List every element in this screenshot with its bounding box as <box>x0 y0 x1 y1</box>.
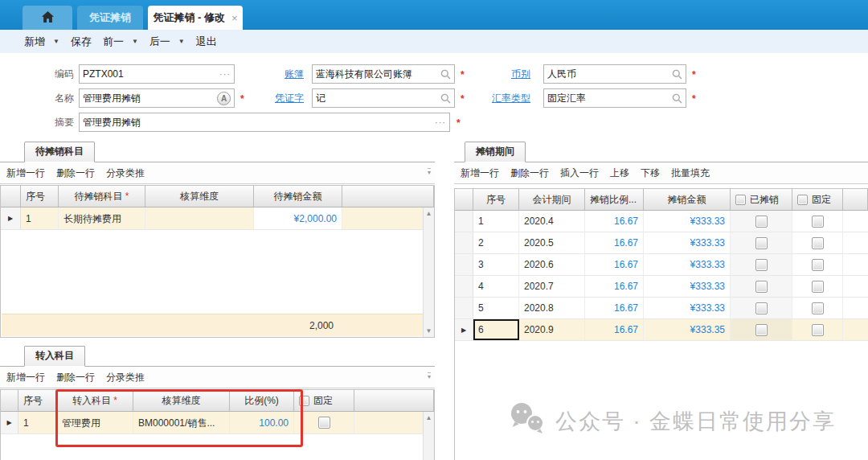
search-icon[interactable] <box>440 93 451 104</box>
cell-seq[interactable]: 3 <box>473 254 519 275</box>
next-dropdown-icon[interactable]: ▼ <box>178 38 185 45</box>
tab-transfer-accounts[interactable]: 转入科目 <box>24 346 85 367</box>
rate-type-input[interactable] <box>547 92 669 104</box>
lookup-ellipsis-icon[interactable]: ··· <box>219 70 231 78</box>
lookup-ellipsis-icon[interactable]: ··· <box>435 118 446 126</box>
cell-seq[interactable]: 5 <box>473 298 519 318</box>
next-button[interactable]: 后一 <box>149 35 170 49</box>
fixed-checkbox[interactable] <box>812 237 824 249</box>
voucher-word-label-link[interactable]: 凭证字 <box>257 88 304 108</box>
fixed-checkbox[interactable] <box>812 259 824 271</box>
batch-fill-button[interactable]: 批量填充 <box>671 166 710 180</box>
cell-transfer-account[interactable]: 管理费用 <box>57 412 133 433</box>
cell-ratio[interactable]: 16.67 <box>585 211 644 232</box>
collapse-handle-icon[interactable]: ▾ <box>428 168 431 176</box>
cell-ratio[interactable]: 16.67 <box>585 298 644 318</box>
amortized-checkbox[interactable] <box>755 216 768 228</box>
delete-row-button[interactable]: 删除一行 <box>56 166 95 180</box>
voucher-word-input[interactable] <box>316 92 438 104</box>
cell-pending-amount[interactable]: ¥2,000.00 <box>254 207 342 229</box>
table-row[interactable]: ▶ 1 管理费用 BM000001/销售... 100.00 <box>1 412 434 434</box>
vertical-scrollbar[interactable]: ▲ <box>423 412 434 460</box>
fixed-checkbox[interactable] <box>318 417 330 429</box>
delete-row-button[interactable]: 删除一行 <box>56 371 95 384</box>
book-input[interactable] <box>316 68 438 80</box>
cell-ratio[interactable]: 16.67 <box>585 232 644 253</box>
cell-amount[interactable]: ¥333.33 <box>644 254 731 275</box>
cell-ratio[interactable]: 100.00 <box>230 412 294 433</box>
select-all-fixed-checkbox[interactable] <box>797 195 808 205</box>
search-icon[interactable] <box>440 69 451 80</box>
prev-dropdown-icon[interactable]: ▼ <box>132 38 138 45</box>
cell-period[interactable]: 2020.7 <box>519 276 585 297</box>
cell-ratio[interactable]: 16.67 <box>585 276 644 297</box>
search-icon[interactable] <box>672 93 682 104</box>
table-row[interactable]: ▶ 1 长期待摊费用 ¥2,000.00 <box>1 207 434 230</box>
entry-infer-button[interactable]: 分录类推 <box>106 166 145 180</box>
currency-label-link[interactable]: 币别 <box>482 64 530 84</box>
cell-dimension[interactable]: BM000001/销售... <box>133 412 230 433</box>
select-all-amortized-checkbox[interactable] <box>735 195 746 205</box>
move-down-button[interactable]: 下移 <box>641 166 660 180</box>
tab-amortization-periods[interactable]: 摊销期间 <box>465 142 526 162</box>
rate-type-label-link[interactable]: 汇率类型 <box>482 88 530 108</box>
table-row[interactable]: 3 2020.6 16.67 ¥333.33 <box>455 254 868 276</box>
move-up-button[interactable]: 上移 <box>610 166 629 180</box>
scroll-up-icon[interactable]: ▲ <box>424 414 434 421</box>
cell-seq[interactable]: 4 <box>473 276 519 297</box>
cell-seq[interactable]: 1 <box>18 412 57 433</box>
exit-button[interactable]: 退出 <box>196 35 217 49</box>
amortized-checkbox[interactable] <box>755 281 768 293</box>
cell-dimension[interactable] <box>145 207 254 229</box>
amortized-checkbox[interactable] <box>755 237 768 249</box>
add-row-button[interactable]: 新增一行 <box>6 166 45 180</box>
cell-pending-account[interactable]: 长期待摊费用 <box>59 207 145 229</box>
book-label-link[interactable]: 账簿 <box>257 64 304 84</box>
cell-amount[interactable]: ¥333.33 <box>644 211 731 232</box>
cell-amount[interactable]: ¥333.33 <box>644 276 731 297</box>
collapse-handle-icon[interactable]: ▾ <box>428 372 431 380</box>
entry-infer-button[interactable]: 分录类推 <box>106 371 145 384</box>
amortized-checkbox[interactable] <box>755 259 768 271</box>
cell-seq[interactable]: 1 <box>21 207 59 229</box>
table-row[interactable]: 2 2020.5 16.67 ¥333.33 <box>455 232 868 254</box>
close-icon[interactable]: × <box>231 12 238 24</box>
summary-input[interactable] <box>83 117 432 128</box>
name-input[interactable] <box>83 92 215 104</box>
tab-voucher-amortization-modify[interactable]: 凭证摊销 - 修改 × <box>148 6 243 30</box>
add-row-button[interactable]: 新增一行 <box>6 371 45 384</box>
insert-row-button[interactable]: 插入一行 <box>560 166 599 180</box>
table-row[interactable]: 4 2020.7 16.67 ¥333.33 <box>455 276 868 298</box>
fixed-checkbox[interactable] <box>812 281 824 293</box>
add-row-button[interactable]: 新增一行 <box>461 166 499 180</box>
amortized-checkbox[interactable] <box>755 324 768 336</box>
scroll-up-icon[interactable]: ▲ <box>424 210 434 217</box>
multilingual-icon[interactable]: A <box>217 92 231 105</box>
cell-seq[interactable]: 1 <box>473 211 519 232</box>
table-row[interactable]: 5 2020.8 16.67 ¥333.33 <box>455 298 868 319</box>
vertical-scrollbar[interactable]: ▲ ▼ <box>423 207 434 337</box>
cell-period[interactable]: 2020.5 <box>519 232 585 253</box>
select-all-fixed-checkbox[interactable] <box>299 396 309 406</box>
cell-period[interactable]: 2020.4 <box>519 211 585 232</box>
save-button[interactable]: 保存 <box>71 35 92 49</box>
cell-period[interactable]: 2020.9 <box>519 319 585 340</box>
table-row-selected[interactable]: ▶ 6 2020.9 16.67 ¥333.35 <box>455 319 868 341</box>
cell-amount[interactable]: ¥333.35 <box>644 319 731 340</box>
new-button[interactable]: 新增 <box>24 35 45 49</box>
tab-pending-accounts[interactable]: 待摊销科目 <box>24 142 95 162</box>
cell-ratio[interactable]: 16.67 <box>585 254 644 275</box>
search-icon[interactable] <box>672 69 682 80</box>
new-dropdown-icon[interactable]: ▼ <box>53 38 59 45</box>
cell-seq[interactable]: 2 <box>473 232 519 253</box>
home-tab[interactable] <box>23 6 72 30</box>
fixed-checkbox[interactable] <box>812 324 824 336</box>
amortized-checkbox[interactable] <box>755 302 768 314</box>
prev-button[interactable]: 前一 <box>103 35 124 49</box>
fixed-checkbox[interactable] <box>812 216 824 228</box>
cell-seq-focused[interactable]: 6 <box>473 319 519 340</box>
code-input[interactable] <box>83 68 217 80</box>
table-row[interactable]: 1 2020.4 16.67 ¥333.33 <box>455 211 868 232</box>
currency-input[interactable] <box>547 68 669 80</box>
tab-voucher-amortization[interactable]: 凭证摊销 <box>77 6 143 30</box>
